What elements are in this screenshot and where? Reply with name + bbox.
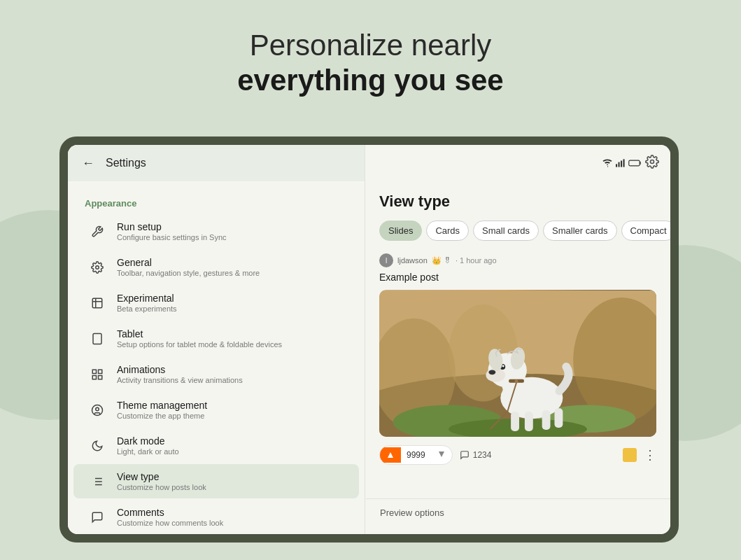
settings-item-comments[interactable]: Comments Customize how comments look: [73, 500, 359, 534]
post-action-right: ⋮: [623, 447, 656, 463]
general-sub: Toolbar, navigation style, gestures & mo…: [117, 269, 260, 277]
upvote-button[interactable]: [380, 447, 401, 463]
vote-count: 9999: [401, 446, 431, 464]
view-type-tabs: Slides Cards Small cards Smaller cards C…: [379, 220, 656, 241]
svg-rect-3: [92, 370, 96, 373]
bookmark-button[interactable]: [623, 448, 637, 462]
view-type-text: View type Customize how posts look: [117, 471, 206, 491]
animations-sub: Activity transitions & view animations: [117, 376, 243, 384]
settings-item-run-setup[interactable]: Run setup Configure basic settings in Sy…: [73, 214, 359, 248]
post-actions: 9999 1234: [379, 445, 656, 465]
settings-item-dark-mode[interactable]: Dark mode Light, dark or auto: [73, 428, 359, 463]
tablet-sub: Setup options for tablet mode & foldable…: [117, 340, 282, 349]
comments-sub: Customize how comments look: [117, 519, 223, 527]
svg-point-0: [96, 265, 99, 269]
settings-item-animations[interactable]: Animations Activity transitions & view a…: [73, 357, 359, 391]
tab-slides[interactable]: Slides: [379, 220, 422, 241]
signal-icon: [616, 159, 626, 167]
header-line1: Personalize nearly: [0, 28, 741, 63]
animations-title: Animations: [117, 364, 243, 375]
post-title: Example post: [379, 272, 656, 283]
svg-rect-40: [525, 412, 533, 431]
svg-rect-18: [621, 161, 622, 167]
svg-marker-46: [439, 451, 444, 457]
settings-title: Settings: [106, 157, 146, 169]
preview-options-label: Preview options: [380, 507, 444, 518]
view-panel: View type Slides Cards Small cards Small…: [365, 145, 670, 534]
svg-point-8: [96, 407, 99, 411]
wifi-icon: [602, 159, 613, 167]
header-section: Personalize nearly everything you see: [0, 0, 741, 120]
battery-icon: [628, 159, 642, 167]
tab-cards[interactable]: Cards: [426, 220, 469, 241]
svg-rect-42: [554, 408, 563, 428]
settings-item-view-type[interactable]: View type Customize how posts look: [73, 464, 359, 498]
post-time: · 1 hour ago: [456, 256, 497, 265]
svg-rect-4: [99, 370, 102, 373]
svg-point-44: [515, 379, 518, 383]
view-type-icon: [87, 472, 107, 491]
svg-rect-39: [511, 412, 519, 431]
svg-marker-45: [388, 452, 393, 458]
theme-sub: Customize the app theme: [117, 412, 207, 420]
downvote-button[interactable]: [431, 446, 452, 464]
svg-rect-41: [542, 410, 551, 430]
animations-text: Animations Activity transitions & view a…: [117, 364, 243, 384]
comments-text: Comments Customize how comments look: [117, 507, 223, 527]
comments-button[interactable]: 1234: [460, 450, 492, 460]
dark-mode-text: Dark mode Light, dark or auto: [117, 435, 179, 456]
experimental-title: Experimental: [117, 293, 177, 304]
settings-panel: ← Settings Appearance Run setup Configur…: [68, 145, 365, 534]
settings-item-general[interactable]: General Toolbar, navigation style, gestu…: [73, 250, 359, 284]
svg-rect-17: [619, 162, 620, 167]
run-setup-text: Run setup Configure basic settings in Sy…: [117, 221, 227, 241]
tablet-title: Tablet: [117, 328, 282, 340]
settings-item-theme[interactable]: Theme management Customize the app theme: [73, 393, 359, 427]
post-image: [379, 290, 656, 437]
tab-smaller-cards[interactable]: Smaller cards: [543, 220, 616, 241]
preview-options-bar: Preview options: [366, 498, 670, 526]
theme-title: Theme management: [117, 400, 207, 411]
theme-text: Theme management Customize the app theme: [117, 400, 207, 420]
svg-point-21: [651, 160, 654, 163]
animations-icon: [87, 365, 107, 384]
view-type-title: View type: [117, 471, 206, 482]
run-setup-icon: [87, 222, 107, 241]
svg-point-36: [502, 365, 504, 367]
view-panel-content: View type Slides Cards Small cards Small…: [365, 181, 670, 476]
general-text: General Toolbar, navigation style, gestu…: [117, 257, 260, 277]
dark-mode-sub: Light, dark or auto: [117, 447, 179, 456]
svg-rect-19: [623, 159, 625, 167]
svg-rect-6: [92, 375, 96, 379]
run-setup-sub: Configure basic settings in Sync: [117, 233, 227, 241]
device-frame: ← Settings Appearance Run setup Configur…: [59, 136, 679, 542]
experimental-icon: [87, 293, 107, 313]
settings-body: Appearance Run setup Configure basic set…: [68, 181, 365, 534]
settings-header: ← Settings: [68, 145, 365, 181]
theme-icon: [87, 400, 107, 420]
comments-title: Comments: [117, 507, 223, 518]
tab-compact[interactable]: Compact: [621, 220, 671, 241]
experimental-sub: Beta experiments: [117, 304, 177, 313]
svg-rect-16: [616, 164, 617, 167]
back-button[interactable]: ←: [82, 156, 94, 171]
dark-mode-title: Dark mode: [117, 435, 179, 447]
svg-point-34: [488, 370, 495, 374]
comment-count: 1234: [473, 450, 492, 460]
more-options-button[interactable]: ⋮: [644, 447, 656, 463]
settings-gear-button[interactable]: [645, 155, 659, 172]
tab-small-cards[interactable]: Small cards: [473, 220, 539, 241]
user-badges: 👑 🎖: [432, 256, 451, 265]
settings-item-tablet[interactable]: Tablet Setup options for tablet mode & f…: [73, 321, 359, 356]
vote-container: 9999: [379, 445, 453, 465]
svg-rect-20: [629, 160, 640, 166]
device-screen: ← Settings Appearance Run setup Configur…: [68, 145, 670, 534]
experimental-text: Experimental Beta experiments: [117, 293, 177, 313]
user-avatar: l: [379, 253, 393, 267]
settings-item-experimental[interactable]: Experimental Beta experiments: [73, 286, 359, 320]
username: ljdawson: [397, 256, 428, 265]
run-setup-title: Run setup: [117, 221, 227, 232]
comments-icon: [87, 507, 107, 527]
post-meta: l ljdawson 👑 🎖 · 1 hour ago: [379, 253, 656, 267]
dark-mode-icon: [87, 436, 107, 456]
